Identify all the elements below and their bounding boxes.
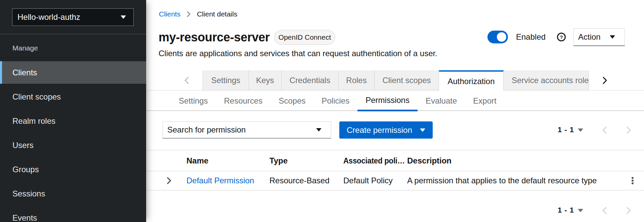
search-permission-select[interactable]: Search for permission: [163, 121, 331, 139]
cell-type: Resource-Based: [269, 176, 343, 185]
breadcrumb-link-clients[interactable]: Clients: [159, 10, 180, 18]
breadcrumb-current: Client details: [197, 10, 237, 18]
subtab-label: Permissions: [366, 96, 410, 105]
column-header-description: Description: [407, 156, 621, 165]
sidebar-item-label: Realm roles: [12, 116, 55, 126]
sidebar-item-events[interactable]: Events: [0, 207, 146, 222]
angle-left-icon: [184, 77, 189, 84]
cell-description: A permission that applies to the default…: [407, 176, 621, 185]
table-header-row: Name Type Associated policy Description: [146, 150, 644, 171]
sidebar-item-realm-roles[interactable]: Realm roles: [0, 110, 146, 132]
angle-right-icon: [187, 11, 190, 17]
tab-credentials[interactable]: Credentials: [282, 70, 339, 90]
subtab-label: Resources: [224, 96, 263, 106]
cell-associated-policy: Default Policy: [343, 176, 407, 185]
angle-right-icon: [627, 126, 631, 134]
create-permission-button[interactable]: Create permission: [339, 121, 433, 139]
caret-down-icon: [420, 128, 425, 132]
subtab-label: Settings: [179, 96, 208, 106]
tab-roles[interactable]: Roles: [339, 70, 375, 90]
create-permission-label: Create permission: [347, 125, 412, 135]
subtab-scopes[interactable]: Scopes: [270, 90, 313, 111]
tab-label: Settings: [211, 76, 241, 85]
search-permission-value: Search for permission: [167, 125, 246, 135]
enabled-toggle[interactable]: [487, 31, 508, 43]
pagination-prev-button-bottom[interactable]: [602, 207, 607, 216]
subtab-settings[interactable]: Settings: [171, 90, 216, 111]
sidebar-item-label: Events: [12, 213, 37, 222]
tab-keys[interactable]: Keys: [249, 70, 282, 90]
realm-selector-area: Hello-world-authz: [0, 0, 146, 34]
column-header-name: Name: [186, 156, 269, 165]
sidebar-item-users[interactable]: Users: [0, 134, 146, 156]
permission-link[interactable]: Default Permission: [186, 176, 254, 185]
angle-right-icon: [603, 77, 607, 84]
cell-name: Default Permission: [186, 176, 269, 185]
subtab-export[interactable]: Export: [465, 90, 504, 111]
pagination-range[interactable]: 1 - 1: [534, 125, 574, 134]
authorization-subtabs: Settings Resources Scopes Policies Permi…: [146, 90, 644, 111]
subtab-evaluate[interactable]: Evaluate: [418, 90, 465, 111]
page-title: my-resource-server: [159, 30, 270, 44]
tab-service-accounts-roles[interactable]: Service accounts roles: [504, 70, 589, 90]
page-header: my-resource-server OpenID Connect: [159, 28, 335, 46]
subtab-label: Export: [473, 96, 496, 106]
angle-left-icon: [602, 207, 607, 214]
tab-label: Keys: [256, 76, 274, 85]
sidebar-item-label: Users: [12, 141, 34, 150]
caret-down-icon[interactable]: [578, 128, 583, 132]
sidebar-item-sessions[interactable]: Sessions: [0, 182, 146, 205]
column-header-type: Type: [269, 156, 343, 165]
realm-selector-toggle[interactable]: Hello-world-authz: [12, 8, 134, 26]
nav-list: Clients Client scopes Realm roles Users …: [0, 58, 146, 222]
tab-label: Roles: [346, 76, 367, 85]
angle-right-icon: [627, 207, 631, 214]
pagination-next-button[interactable]: [627, 126, 631, 135]
tab-label: Client scopes: [382, 76, 431, 85]
tab-label: Credentials: [290, 76, 330, 85]
pagination-prev-button[interactable]: [602, 126, 607, 135]
sidebar-item-groups[interactable]: Groups: [0, 158, 146, 181]
toggle-knob: [497, 32, 506, 42]
table-row: Default Permission Resource-Based Defaul…: [146, 171, 644, 190]
tabs-scroll-left-button[interactable]: [146, 70, 203, 90]
tab-settings[interactable]: Settings: [203, 70, 249, 90]
pagination-range-bottom[interactable]: 1 - 1: [534, 206, 574, 215]
sidebar-item-label: Clients: [12, 68, 37, 77]
question-circle-icon[interactable]: ?: [557, 33, 566, 41]
tab-client-scopes[interactable]: Client scopes: [375, 70, 439, 90]
kebab-icon[interactable]: [621, 177, 644, 184]
caret-down-icon: [610, 35, 615, 39]
realm-name: Hello-world-authz: [17, 12, 80, 22]
nav-section-label: Manage: [12, 44, 38, 52]
subtab-label: Scopes: [278, 96, 305, 106]
sidebar-item-label: Client scopes: [12, 92, 61, 102]
pagination-next-button-bottom[interactable]: [627, 207, 631, 216]
main-content: Clients Client details my-resource-serve…: [146, 0, 644, 222]
subtab-policies[interactable]: Policies: [314, 90, 358, 111]
subtab-permissions[interactable]: Permissions: [357, 90, 418, 111]
sidebar-item-clients[interactable]: Clients: [0, 61, 146, 84]
action-label: Action: [578, 32, 601, 42]
column-header-associated-policy: Associated policy: [343, 156, 406, 165]
breadcrumb: Clients Client details: [159, 10, 237, 18]
protocol-badge: OpenID Connect: [274, 30, 335, 45]
permissions-table: Name Type Associated policy Description …: [146, 150, 644, 190]
tab-authorization[interactable]: Authorization: [439, 70, 504, 91]
tab-label: Authorization: [447, 77, 495, 86]
sidebar-item-client-scopes[interactable]: Client scopes: [0, 85, 146, 108]
caret-down-icon[interactable]: [578, 209, 583, 212]
sidebar-item-label: Groups: [12, 165, 39, 174]
tabs-scroll-right-button[interactable]: [589, 70, 620, 90]
subtab-resources[interactable]: Resources: [216, 90, 271, 111]
keycloak-admin-page: Hello-world-authz Manage Clients Client …: [0, 0, 644, 222]
caret-down-icon: [121, 15, 126, 19]
sidebar: Hello-world-authz Manage Clients Client …: [0, 0, 146, 222]
subtab-label: Evaluate: [426, 96, 457, 106]
angle-right-icon: [167, 177, 171, 184]
page-description: Clients are applications and services th…: [159, 49, 437, 58]
action-dropdown[interactable]: Action: [573, 28, 625, 46]
row-expand-button[interactable]: [146, 177, 186, 184]
tab-label: Service accounts roles: [512, 76, 589, 85]
sidebar-item-label: Sessions: [12, 189, 45, 198]
